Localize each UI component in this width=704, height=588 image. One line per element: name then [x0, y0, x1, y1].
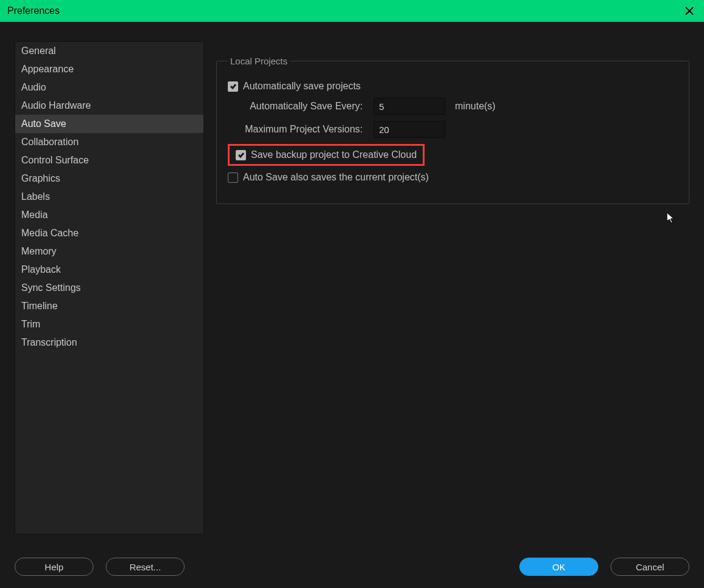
sidebar-item-labels[interactable]: Labels — [15, 188, 203, 206]
sidebar-item-media[interactable]: Media — [15, 206, 203, 224]
auto-save-checkbox[interactable] — [228, 81, 238, 92]
titlebar: Preferences — [0, 0, 704, 22]
sidebar-item-playback[interactable]: Playback — [15, 261, 203, 279]
save-every-input[interactable] — [374, 98, 445, 115]
sidebar-item-collaboration[interactable]: Collaboration — [15, 133, 203, 151]
sidebar-item-media-cache[interactable]: Media Cache — [15, 224, 203, 242]
sidebar-item-appearance[interactable]: Appearance — [15, 60, 203, 78]
highlight-annotation: Save backup project to Creative Cloud — [228, 144, 425, 166]
max-versions-label: Maximum Project Versions: — [240, 124, 374, 135]
max-versions-row: Maximum Project Versions: — [228, 121, 678, 138]
cancel-button[interactable]: Cancel — [610, 558, 689, 576]
sidebar-item-graphics[interactable]: Graphics — [15, 169, 203, 188]
backup-cc-checkbox[interactable] — [236, 150, 246, 160]
sidebar-item-audio-hardware[interactable]: Audio Hardware — [15, 97, 203, 115]
ok-button[interactable]: OK — [519, 558, 598, 576]
check-icon — [230, 83, 237, 90]
dialog-footer: Help Reset... OK Cancel — [0, 558, 704, 576]
window-title: Preferences — [7, 5, 60, 16]
save-every-label: Automatically Save Every: — [240, 101, 374, 112]
help-button[interactable]: Help — [15, 558, 94, 576]
sidebar-item-control-surface[interactable]: Control Surface — [15, 151, 203, 169]
backup-cc-row: Save backup project to Creative Cloud — [228, 144, 678, 166]
local-projects-group: Local Projects Automatically save projec… — [216, 56, 689, 204]
save-interval-row: Automatically Save Every: minute(s) — [228, 98, 678, 115]
sidebar-item-trim[interactable]: Trim — [15, 315, 203, 333]
footer-spacer — [197, 558, 507, 576]
close-icon — [685, 6, 694, 16]
sidebar-item-sync-settings[interactable]: Sync Settings — [15, 279, 203, 297]
also-current-row: Auto Save also saves the current project… — [228, 172, 678, 183]
sidebar-item-audio[interactable]: Audio — [15, 78, 203, 97]
sidebar-item-memory[interactable]: Memory — [15, 242, 203, 261]
close-button[interactable] — [682, 4, 697, 18]
group-title: Local Projects — [228, 56, 290, 66]
mouse-cursor-icon — [666, 212, 676, 226]
reset-button[interactable]: Reset... — [106, 558, 185, 576]
sidebar-item-auto-save[interactable]: Auto Save — [15, 115, 203, 133]
max-versions-input[interactable] — [374, 121, 445, 138]
sidebar-item-timeline[interactable]: Timeline — [15, 297, 203, 315]
save-every-unit: minute(s) — [455, 101, 496, 112]
sidebar-item-transcription[interactable]: Transcription — [15, 333, 203, 352]
check-icon — [238, 151, 245, 159]
sidebar-item-general[interactable]: General — [15, 42, 203, 60]
also-current-label: Auto Save also saves the current project… — [243, 172, 429, 183]
backup-cc-label: Save backup project to Creative Cloud — [251, 149, 417, 160]
auto-save-label: Automatically save projects — [243, 81, 361, 92]
preferences-sidebar: General Appearance Audio Audio Hardware … — [15, 41, 204, 535]
auto-save-row: Automatically save projects — [228, 81, 678, 92]
content-area: General Appearance Audio Audio Hardware … — [0, 22, 704, 544]
also-current-checkbox[interactable] — [228, 173, 238, 183]
settings-panel: Local Projects Automatically save projec… — [216, 41, 689, 544]
